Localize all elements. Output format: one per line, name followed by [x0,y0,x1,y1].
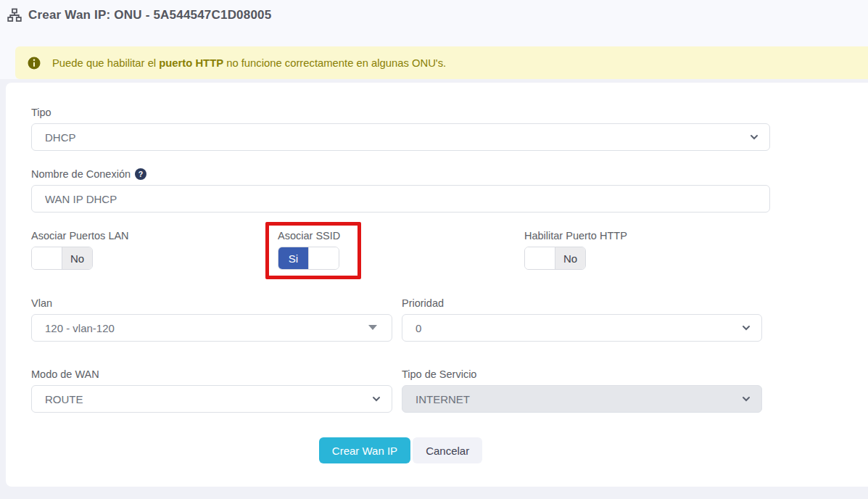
toggle-knob [525,247,555,269]
tipo-servicio-label: Tipo de Servicio [402,368,762,380]
crear-wan-ip-button[interactable]: Crear Wan IP [319,437,410,463]
tipo-servicio-select: INTERNET [402,385,762,413]
http-warning-alert: Puede que habilitar el puerto HTTP no fu… [15,46,868,79]
vlan-label: Vlan [31,297,392,309]
asociar-ssid-label: Asociar SSID [278,230,524,242]
modo-wan-select-value: ROUTE [45,393,83,405]
nombre-input[interactable] [31,185,770,213]
question-circle-icon[interactable]: ? [135,168,146,180]
tipo-servicio-field: Tipo de Servicio INTERNET [402,368,762,413]
vlan-select[interactable]: 120 - vlan-120 [31,314,392,342]
vlan-select-value: 120 - vlan-120 [45,322,115,334]
habilitar-puerto-http-col: Habilitar Puerto HTTP No [524,230,771,270]
top-section: Crear Wan IP: ONU - 5A544547C1D08005 Pue… [0,0,868,79]
modo-wan-select[interactable]: ROUTE [31,385,392,413]
asociar-puertos-lan-toggle[interactable]: No [31,247,93,270]
tipo-label: Tipo [31,107,770,118]
toggle-knob [32,247,62,269]
chevron-down-icon [741,394,751,404]
toggle-state-label: No [555,247,585,269]
tipo-servicio-select-value: INTERNET [416,393,470,405]
vlan-prioridad-row: Vlan 120 - vlan-120 Prioridad 0 [31,297,770,342]
nombre-label: Nombre de Conexión [31,168,131,180]
prioridad-select-value: 0 [416,322,421,334]
page-header: Crear Wan IP: ONU - 5A544547C1D08005 [0,6,868,25]
asociar-ssid-col: Asociar SSID Si [278,230,524,270]
wan-ip-form: Tipo DHCP Nombre de Conexión ? [31,107,770,463]
toggle-row: Asociar Puertos LAN No Asociar SSID Si [31,230,770,270]
modo-wan-label: Modo de WAN [31,368,392,380]
info-icon [28,57,41,70]
toggle-state-label: Si [278,247,308,269]
asociar-puertos-lan-col: Asociar Puertos LAN No [31,230,278,270]
alert-bold-text: puerto HTTP [159,57,223,69]
toggle-knob [308,247,339,269]
tipo-select[interactable]: DHCP [31,123,770,151]
modo-servicio-row: Modo de WAN ROUTE Tipo de Servicio INTER… [31,368,770,413]
prioridad-field: Prioridad 0 [402,297,762,342]
tipo-select-value: DHCP [45,131,76,144]
chevron-down-icon [371,394,381,404]
caret-down-icon [368,325,377,331]
page-title: Crear Wan IP: ONU - 5A544547C1D08005 [28,8,271,22]
content-area: Tipo DHCP Nombre de Conexión ? [0,79,868,487]
asociar-puertos-lan-label: Asociar Puertos LAN [31,230,278,242]
alert-text: Puede que habilitar el puerto HTTP no fu… [52,57,446,69]
prioridad-label: Prioridad [402,297,762,309]
sitemap-icon [7,8,22,22]
asociar-ssid-toggle[interactable]: Si [278,247,339,270]
habilitar-puerto-http-label: Habilitar Puerto HTTP [524,230,771,242]
button-row: Crear Wan IP Cancelar [31,437,770,463]
svg-text:?: ? [139,170,143,178]
chevron-down-icon [741,323,751,333]
nombre-field: Nombre de Conexión ? [31,168,770,213]
vlan-field: Vlan 120 - vlan-120 [31,297,392,342]
habilitar-puerto-http-toggle[interactable]: No [524,247,586,270]
prioridad-select[interactable]: 0 [402,314,762,342]
tipo-field: Tipo DHCP [31,107,770,151]
toggle-state-label: No [62,247,92,269]
modo-wan-field: Modo de WAN ROUTE [31,368,392,413]
chevron-down-icon [749,132,759,142]
form-card: Tipo DHCP Nombre de Conexión ? [6,83,868,487]
cancelar-button[interactable]: Cancelar [413,437,482,463]
